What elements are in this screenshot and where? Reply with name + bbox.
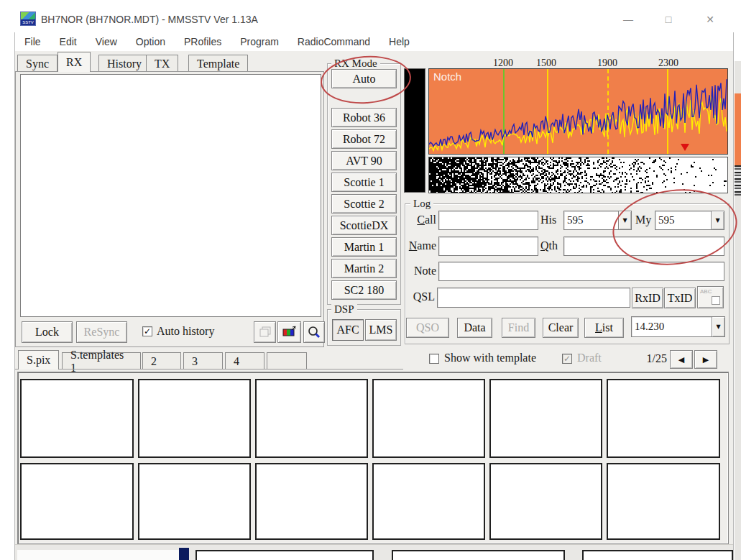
rx-mode-auto-button[interactable]: Auto: [331, 69, 397, 88]
my-dropdown-icon[interactable]: ▼: [711, 211, 724, 229]
tab-spix[interactable]: S.pix: [18, 350, 59, 369]
menu-radiocommand[interactable]: RadioCommand: [288, 36, 379, 47]
spectrum-traces: [429, 69, 727, 154]
magnifier-button[interactable]: [303, 321, 325, 343]
spix-thumbnail[interactable]: [489, 379, 602, 458]
menu-file[interactable]: File: [15, 36, 50, 47]
rxid-label: RxID: [635, 292, 661, 305]
rx-mode-scottie1-button[interactable]: Scottie 1: [331, 173, 397, 192]
list-button[interactable]: List: [584, 318, 624, 338]
next-page-button[interactable]: ▶: [694, 350, 717, 369]
call-label-text: Call: [417, 214, 436, 226]
afc-button[interactable]: AFC: [332, 319, 364, 341]
menu-view[interactable]: View: [86, 36, 126, 47]
spix-thumbnail[interactable]: [372, 463, 485, 540]
tab-rx[interactable]: RX: [57, 52, 91, 72]
his-dropdown-icon[interactable]: ▼: [618, 211, 631, 229]
tab-stemplates3-label: 3: [192, 355, 198, 368]
spix-thumbnail[interactable]: [489, 463, 602, 540]
menu-edit[interactable]: Edit: [50, 36, 86, 47]
txid-label: TxID: [668, 292, 693, 305]
lock-button[interactable]: Lock: [22, 321, 73, 343]
frequency-dropdown-icon[interactable]: ▼: [712, 317, 724, 336]
checkmark-icon: ✓: [144, 327, 151, 336]
menu-profiles[interactable]: PRofiles: [175, 36, 231, 47]
my-combo[interactable]: 595 ▼: [655, 211, 724, 230]
tab-stemplates4[interactable]: 4: [225, 352, 264, 369]
his-combo[interactable]: 595 ▼: [563, 211, 632, 230]
rx-mode-robot72-button[interactable]: Robot 72: [331, 129, 397, 149]
show-with-template-checkbox[interactable]: [429, 354, 439, 364]
tab-spix-label: S.pix: [27, 354, 50, 367]
spix-thumbnail[interactable]: [138, 463, 251, 540]
rx-mode-martin2-button[interactable]: Martin 2: [331, 259, 397, 278]
spix-thumbnail[interactable]: [255, 379, 368, 458]
abc-fix-button[interactable]: ABC: [697, 286, 724, 308]
tab-template[interactable]: Template: [188, 55, 248, 72]
afc-label: AFC: [336, 323, 359, 336]
waterfall-display[interactable]: [428, 157, 728, 193]
copy-history-button[interactable]: [254, 321, 276, 343]
menu-program[interactable]: Program: [231, 36, 288, 47]
qth-input[interactable]: [563, 237, 724, 256]
tab-stemplates1-label: S.templates 1: [70, 349, 132, 375]
tab-history[interactable]: History: [98, 55, 150, 72]
rx-mode-sc2180-button[interactable]: SC2 180: [331, 280, 397, 300]
tab-stemplates2[interactable]: 2: [142, 352, 181, 369]
tab-sync[interactable]: Sync: [17, 55, 57, 72]
rx-image-display[interactable]: [20, 74, 321, 317]
resync-button[interactable]: ReSync: [76, 321, 127, 343]
tab-tx[interactable]: TX: [146, 55, 178, 72]
bottom-cell-partial: [17, 550, 179, 560]
maximize-button[interactable]: □: [653, 9, 684, 29]
spectrum-display[interactable]: Notch: [428, 68, 728, 155]
background-window-spectrum-sliver: [735, 93, 741, 165]
qsl-input[interactable]: [437, 288, 630, 308]
spix-thumbnail[interactable]: [607, 463, 720, 540]
tab-spare[interactable]: [267, 352, 307, 369]
open-picture-button[interactable]: [277, 321, 301, 343]
lms-button[interactable]: LMS: [365, 319, 397, 341]
spix-thumbnail[interactable]: [20, 463, 134, 540]
txid-button[interactable]: TxID: [664, 288, 696, 308]
rx-mode-martin1-button[interactable]: Martin 1: [331, 237, 397, 257]
name-label-text: Name: [409, 239, 436, 252]
note-input[interactable]: [438, 262, 724, 281]
app-icon-text: SSTV: [21, 19, 35, 25]
name-input[interactable]: [438, 237, 538, 256]
rx-mode-scottie2-button[interactable]: Scottie 2: [331, 194, 397, 214]
spix-thumbnail[interactable]: [372, 379, 485, 458]
spix-thumbnail[interactable]: [255, 463, 368, 540]
window-title: BH7NOR (BH7NOR.MDT) - MMSSTV Ver 1.13A: [41, 14, 258, 25]
tab-stemplates2-label: 2: [151, 355, 157, 368]
close-icon: ✕: [706, 14, 714, 25]
close-button[interactable]: ✕: [694, 9, 726, 29]
clear-button[interactable]: Clear: [543, 318, 579, 338]
draft-checkbox[interactable]: ✓: [562, 354, 572, 364]
qth-label: Qth: [540, 239, 558, 252]
find-button[interactable]: Find: [502, 318, 535, 338]
menu-help[interactable]: Help: [379, 36, 419, 47]
qso-button[interactable]: QSO: [406, 318, 449, 338]
spix-thumbnail[interactable]: [138, 379, 251, 458]
call-input[interactable]: [438, 211, 538, 230]
data-button[interactable]: Data: [457, 318, 492, 338]
rx-mode-avt90-button[interactable]: AVT 90: [331, 151, 397, 170]
bottom-cell-partial: [195, 550, 374, 560]
auto-history-checkbox[interactable]: ✓: [142, 326, 152, 336]
tab-rx-label: RX: [66, 56, 82, 69]
minimize-button[interactable]: —: [612, 9, 644, 29]
rx-mode-robot36-button[interactable]: Robot 36: [331, 108, 397, 127]
dsp-group-label: DSP: [331, 304, 357, 315]
spix-thumbnail[interactable]: [607, 379, 720, 458]
spix-thumbnail[interactable]: [20, 379, 134, 458]
prev-page-button[interactable]: ◀: [670, 350, 693, 369]
rx-mode-label: Scottie 2: [344, 198, 384, 211]
rxid-button[interactable]: RxID: [632, 288, 663, 308]
rx-mode-label: Martin 2: [344, 262, 385, 275]
frequency-combo[interactable]: 14.230 ▼: [631, 316, 725, 337]
rx-mode-scottiedx-button[interactable]: ScottieDX: [331, 216, 397, 235]
tab-stemplates3[interactable]: 3: [183, 352, 223, 369]
tab-stemplates1[interactable]: S.templates 1: [62, 352, 141, 369]
menu-option[interactable]: Option: [126, 36, 175, 47]
